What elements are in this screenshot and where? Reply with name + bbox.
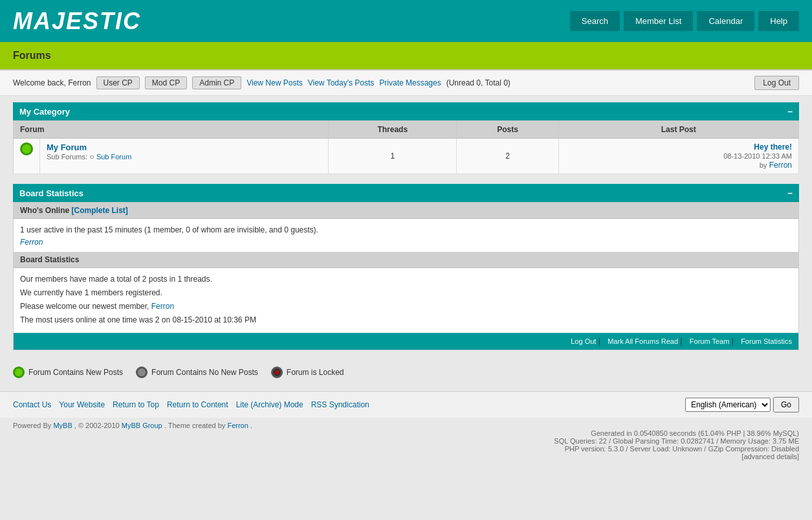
stats-footer-bar: Log Out | Mark All Forums Read | Forum T… (14, 333, 798, 350)
my-category-section: My Category – Forum Threads Posts Last P… (13, 102, 799, 174)
footer-links: Contact Us Your Website Return to Top Re… (13, 400, 369, 409)
stats-line-0: Our members have made a total of 2 posts… (20, 273, 792, 285)
footer-mark-read-link[interactable]: Mark All Forums Read (608, 337, 678, 345)
ferron-link[interactable]: Ferron (227, 422, 248, 429)
posts-cell: 2 (457, 139, 558, 174)
footer-lang: English (American) Go (685, 397, 799, 413)
board-statistics-section: Board Statistics – Who's Online [Complet… (13, 184, 799, 350)
legend-label-new: Forum Contains New Posts (28, 368, 123, 377)
stats-line-2-text: Please welcome our newest member, (20, 302, 149, 311)
footer-return-top-link[interactable]: Return to Top (113, 400, 159, 409)
forum-contains-nonew-icon (136, 367, 148, 378)
footer-return-content-link[interactable]: Return to Content (167, 400, 228, 409)
my-category-header: My Category – (13, 102, 799, 120)
go-btn[interactable]: Go (773, 397, 799, 413)
forum-name-cell: My Forum Sub Forums: ○ Sub Forum (40, 139, 329, 174)
forum-new-icon (20, 142, 33, 155)
theme-text: . Theme created by (164, 422, 226, 429)
end-period: . (250, 422, 252, 429)
stats-line-3: The most users online at one time was 2 … (20, 314, 792, 326)
newest-member-link[interactable]: Ferron (151, 302, 174, 311)
my-category-title: My Category (19, 107, 70, 117)
legend-label-nonew: Forum Contains No New Posts (151, 368, 258, 377)
board-statistics-header: Board Statistics – (13, 184, 799, 202)
footer-forum-stats-link[interactable]: Forum Statistics (741, 337, 792, 345)
threads-col-header: Threads (329, 121, 457, 139)
logout-btn[interactable]: Log Out (754, 76, 799, 90)
table-row: My Forum Sub Forums: ○ Sub Forum 1 2 Hey… (14, 139, 799, 174)
legend-item-new: Forum Contains New Posts (13, 367, 123, 378)
forum-contains-new-icon (13, 367, 25, 378)
mod-cp-btn[interactable]: Mod CP (145, 76, 187, 89)
logo: MAJESTIC (13, 8, 141, 35)
admin-cp-btn[interactable]: Admin CP (192, 76, 241, 89)
userbar-left: Welcome back, Ferron User CP Mod CP Admi… (13, 76, 510, 89)
whos-online-label: Who's Online (20, 206, 69, 215)
last-post-date: 08-13-2010 12:33 AM (723, 152, 792, 160)
mybb-group-link[interactable]: MyBB Group (122, 422, 162, 429)
powered-by-left: Powered By MyBB , © 2002-2010 MyBB Group… (13, 422, 252, 460)
stats-line-2: Please welcome our newest member, Ferron (20, 300, 792, 312)
posts-col-header: Posts (457, 121, 558, 139)
calendar-btn[interactable]: Calendar (697, 11, 754, 31)
board-stats-subheader: Board Statistics (14, 252, 798, 268)
view-today-posts-link[interactable]: View Today's Posts (308, 78, 375, 87)
powered-by: Powered By MyBB , © 2002-2010 MyBB Group… (0, 418, 812, 464)
forum-name-link[interactable]: My Forum (47, 142, 87, 152)
last-post-cell: Hey there! 08-13-2010 12:33 AM by Ferron (558, 139, 798, 174)
complete-list-link[interactable]: [Complete List] (72, 206, 128, 215)
last-post-title-link[interactable]: Hey there! (754, 142, 792, 152)
forums-banner: Forums (0, 42, 812, 71)
last-post-by: by (760, 161, 767, 169)
legend-label-locked: Forum is Locked (287, 368, 344, 377)
whos-online-body: 1 user active in the past 15 minutes (1 … (14, 219, 798, 252)
forum-table: Forum Threads Posts Last Post My Forum S… (13, 120, 799, 174)
site-footer: Contact Us Your Website Return to Top Re… (0, 391, 812, 418)
forum-locked-icon (271, 367, 283, 378)
board-statistics-collapse[interactable]: – (787, 188, 793, 198)
legend-item-locked: Forum is Locked (271, 367, 344, 378)
board-statistics-title: Board Statistics (19, 188, 83, 198)
powered-by-text: Powered By (13, 422, 51, 429)
language-select[interactable]: English (American) (685, 398, 771, 412)
copyright-text: , © 2002-2010 (74, 422, 120, 429)
generated-info: Generated in 0.0540850 seconds (61.04% P… (554, 429, 799, 460)
board-stats-label: Board Statistics (20, 255, 79, 264)
stats-section: Who's Online [Complete List] 1 user acti… (13, 202, 799, 350)
subforum-link[interactable]: Sub Forum (96, 153, 131, 161)
header-nav: Search Member List Calendar Help (570, 11, 799, 31)
legend: Forum Contains New Posts Forum Contains … (13, 360, 799, 385)
search-btn[interactable]: Search (570, 11, 620, 31)
help-btn[interactable]: Help (758, 11, 799, 31)
view-new-posts-link[interactable]: View New Posts (247, 78, 302, 87)
last-post-user-link[interactable]: Ferron (769, 161, 792, 170)
subforum-bullet: ○ (89, 152, 96, 161)
user-cp-btn[interactable]: User CP (96, 76, 140, 89)
forum-col-header: Forum (14, 121, 329, 139)
board-stats-body: Our members have made a total of 2 posts… (14, 268, 798, 333)
footer-forum-team-link[interactable]: Forum Team (690, 337, 730, 345)
my-category-collapse[interactable]: – (787, 106, 793, 117)
mybb-link[interactable]: MyBB (53, 422, 72, 429)
legend-item-nonew: Forum Contains No New Posts (136, 367, 258, 378)
last-post-col-header: Last Post (558, 121, 798, 139)
footer-rss-link[interactable]: RSS Syndication (311, 400, 369, 409)
stats-line-1: We currently have 1 members registered. (20, 287, 792, 299)
private-messages-link[interactable]: Private Messages (379, 78, 441, 87)
forum-table-header-row: Forum Threads Posts Last Post (14, 121, 799, 139)
footer-contact-us-link[interactable]: Contact Us (13, 400, 51, 409)
online-user-link[interactable]: Ferron (20, 238, 43, 247)
member-list-btn[interactable]: Member List (624, 11, 694, 31)
powered-by-right: Generated in 0.0540850 seconds (61.04% P… (554, 422, 799, 460)
footer-your-website-link[interactable]: Your Website (59, 400, 105, 409)
pm-status: (Unread 0, Total 0) (446, 78, 510, 87)
userbar: Welcome back, Ferron User CP Mod CP Admi… (0, 71, 812, 96)
footer-logout-link[interactable]: Log Out (571, 337, 596, 345)
threads-cell: 1 (329, 139, 457, 174)
online-description: 1 user active in the past 15 minutes (1 … (20, 224, 792, 236)
welcome-text: Welcome back, Ferron (13, 78, 91, 87)
header: MAJESTIC Search Member List Calendar Hel… (0, 0, 812, 42)
subforum-label: Sub Forums: (47, 153, 87, 161)
forum-icon-cell (14, 139, 40, 174)
footer-lite-mode-link[interactable]: Lite (Archive) Mode (236, 400, 303, 409)
